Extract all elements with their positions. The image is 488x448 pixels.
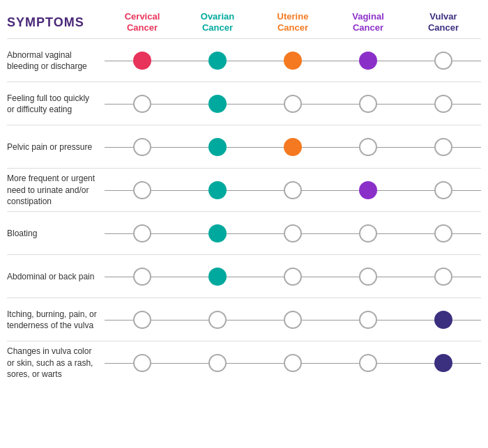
table-row: Itching, burning, pain, or tenderness of…: [7, 298, 481, 341]
empty-dot: [133, 311, 151, 329]
table-row: Abnormal vaginal bleeding or discharge: [7, 38, 481, 82]
cancer-header-4: VulvarCancer: [406, 11, 481, 33]
dot-cell-4-2: [255, 224, 330, 242]
main-container: SYMPTOMS CervicalCancerOvarianCancerUter…: [0, 0, 488, 395]
empty-dot: [284, 268, 302, 286]
empty-dot: [284, 95, 302, 113]
empty-dot: [359, 311, 377, 329]
dot-cell-4-1: [180, 224, 255, 242]
dot-cell-3-1: [180, 181, 255, 199]
dot-cell-2-3: [330, 138, 406, 156]
dot-cell-4-3: [330, 224, 406, 242]
filled-dot: [284, 52, 302, 70]
empty-dot: [359, 138, 377, 156]
empty-dot: [434, 268, 452, 286]
dots-row: [105, 224, 481, 242]
empty-dot: [133, 181, 151, 199]
empty-dot: [284, 224, 302, 242]
symptom-label: Bloating: [7, 228, 105, 239]
dot-cell-5-2: [255, 268, 330, 286]
filled-dot: [208, 224, 227, 242]
dot-cell-1-1: [180, 95, 255, 113]
dots-row: [105, 354, 481, 372]
symptom-label: Abdominal or back pain: [7, 271, 105, 282]
table-row: Pelvic pain or pressure: [7, 125, 481, 168]
dot-cell-7-2: [255, 354, 330, 372]
filled-dot: [208, 52, 227, 70]
empty-dot: [284, 181, 302, 199]
table-row: Abdominal or back pain: [7, 254, 481, 298]
empty-dot: [434, 52, 452, 70]
dot-cell-5-1: [180, 268, 255, 286]
dot-cell-2-4: [406, 138, 481, 156]
cancer-header-2: UterineCancer: [255, 11, 330, 33]
empty-dot: [434, 181, 452, 199]
empty-dot: [133, 224, 151, 242]
empty-dot: [133, 138, 151, 156]
dots-row: [105, 138, 481, 156]
dot-cell-7-3: [330, 354, 406, 372]
dot-cell-0-2: [255, 52, 330, 70]
dot-cell-1-0: [105, 95, 180, 113]
symptom-label: Changes in vulva color or skin, such as …: [7, 346, 105, 380]
empty-dot: [208, 354, 227, 372]
empty-dot: [434, 224, 452, 242]
symptom-label: More frequent or urgent need to urinate …: [7, 173, 105, 207]
filled-dot: [284, 138, 302, 156]
cancer-header-1: OvarianCancer: [180, 11, 255, 33]
empty-dot: [284, 311, 302, 329]
table-row: More frequent or urgent need to urinate …: [7, 168, 481, 211]
dot-cell-1-2: [255, 95, 330, 113]
symptom-label: Abnormal vaginal bleeding or discharge: [7, 49, 105, 72]
dot-cell-3-3: [330, 181, 406, 199]
table-row: Bloating: [7, 211, 481, 254]
symptoms-label: SYMPTOMS: [7, 11, 105, 30]
empty-dot: [434, 138, 452, 156]
dot-cell-1-4: [406, 95, 481, 113]
dot-cell-6-4: [406, 311, 481, 329]
dot-cell-5-3: [330, 268, 406, 286]
dot-cell-3-0: [105, 181, 180, 199]
empty-dot: [133, 95, 151, 113]
empty-dot: [133, 354, 151, 372]
dot-cell-1-3: [330, 95, 406, 113]
empty-dot: [434, 95, 452, 113]
dots-row: [105, 268, 481, 286]
dot-cell-4-4: [406, 224, 481, 242]
dot-cell-0-4: [406, 52, 481, 70]
dot-cell-6-1: [180, 311, 255, 329]
filled-dot: [208, 181, 227, 199]
dot-cell-6-3: [330, 311, 406, 329]
dot-cell-3-4: [406, 181, 481, 199]
dots-row: [105, 311, 481, 329]
dot-cell-0-1: [180, 52, 255, 70]
empty-dot: [208, 311, 227, 329]
dot-cell-4-0: [105, 224, 180, 242]
empty-dot: [359, 268, 377, 286]
symptom-label: Feeling full too quickly or difficulty e…: [7, 93, 105, 115]
filled-dot: [133, 52, 151, 70]
dot-cell-6-0: [105, 311, 180, 329]
filled-dot: [208, 95, 227, 113]
dot-cell-7-4: [406, 354, 481, 372]
cancer-headers: CervicalCancerOvarianCancerUterineCancer…: [105, 11, 481, 33]
empty-dot: [359, 95, 377, 113]
filled-dot: [434, 354, 452, 372]
table-row: Feeling full too quickly or difficulty e…: [7, 82, 481, 125]
dot-cell-0-3: [330, 52, 406, 70]
dot-cell-2-1: [180, 138, 255, 156]
filled-dot: [359, 181, 377, 199]
cancer-header-3: VaginalCancer: [330, 11, 406, 33]
filled-dot: [434, 311, 452, 329]
table-row: Changes in vulva color or skin, such as …: [7, 341, 481, 384]
dot-cell-5-4: [406, 268, 481, 286]
dots-row: [105, 95, 481, 113]
dot-cell-6-2: [255, 311, 330, 329]
header-row: SYMPTOMS CervicalCancerOvarianCancerUter…: [7, 11, 481, 33]
empty-dot: [359, 224, 377, 242]
filled-dot: [208, 268, 227, 286]
dot-cell-5-0: [105, 268, 180, 286]
dot-cell-0-0: [105, 52, 180, 70]
dots-row: [105, 181, 481, 199]
filled-dot: [359, 52, 377, 70]
